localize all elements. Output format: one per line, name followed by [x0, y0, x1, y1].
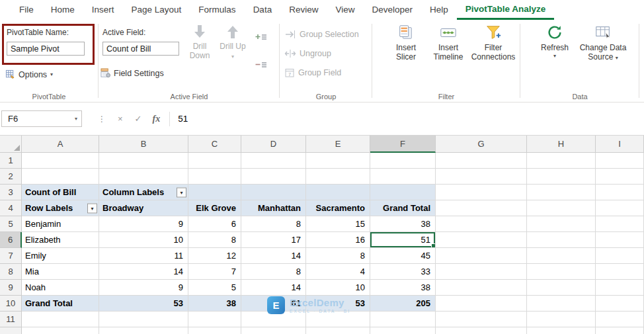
tab-insert[interactable]: Insert [83, 0, 123, 20]
cell-E4[interactable]: Sacramento [306, 200, 370, 216]
cell-A1[interactable] [22, 153, 99, 169]
column-header-A[interactable]: A [22, 136, 99, 153]
row-header-4[interactable]: 4 [0, 200, 22, 216]
filter-connections-button[interactable]: FilterConnections [469, 24, 517, 62]
cell-H5[interactable] [527, 216, 596, 232]
select-all-corner[interactable] [0, 136, 22, 153]
cell-A9[interactable]: Noah [22, 280, 99, 296]
cell-F2[interactable] [370, 169, 436, 185]
cell-E1[interactable] [306, 153, 370, 169]
cell-D1[interactable] [241, 153, 306, 169]
cell-B9[interactable]: 9 [99, 280, 188, 296]
cell-I12[interactable] [596, 327, 644, 334]
cell-D4[interactable]: Manhattan [241, 200, 306, 216]
cell-A7[interactable]: Emily [22, 248, 99, 264]
cancel-icon[interactable]: × [118, 114, 123, 124]
row-header-2[interactable]: 2 [0, 169, 22, 185]
cell-F6[interactable]: 51 [370, 232, 436, 248]
cell-E5[interactable]: 15 [306, 216, 370, 232]
cell-G3[interactable] [436, 185, 527, 200]
column-header-B[interactable]: B [99, 136, 188, 153]
cell-D6[interactable]: 17 [241, 232, 306, 248]
tab-pivottable-analyze[interactable]: PivotTable Analyze [457, 0, 555, 20]
cell-I10[interactable] [596, 296, 644, 312]
options-button[interactable]: Options ▾ [5, 69, 53, 79]
cell-E12[interactable] [306, 327, 370, 334]
cell-G10[interactable] [436, 296, 527, 312]
cell-C6[interactable]: 8 [188, 232, 241, 248]
cell-C1[interactable] [188, 153, 241, 169]
cell-I7[interactable] [596, 248, 644, 264]
cell-B7[interactable]: 11 [99, 248, 188, 264]
change-data-source-button[interactable]: Change DataSource ▾ [573, 24, 633, 62]
cell-H6[interactable] [527, 232, 596, 248]
cell-D8[interactable]: 8 [241, 264, 306, 280]
cell-C11[interactable] [188, 312, 241, 327]
cell-G6[interactable] [436, 232, 527, 248]
row-header-10[interactable]: 10 [0, 296, 22, 312]
column-header-I[interactable]: I [596, 136, 644, 153]
cell-H1[interactable] [527, 153, 596, 169]
cell-A3[interactable]: Count of Bill [22, 185, 99, 200]
cell-H8[interactable] [527, 264, 596, 280]
cell-E11[interactable] [306, 312, 370, 327]
cell-G2[interactable] [436, 169, 527, 185]
cell-I1[interactable] [596, 153, 644, 169]
cell-G4[interactable] [436, 200, 527, 216]
row-header-12[interactable] [0, 327, 22, 334]
cell-F11[interactable] [370, 312, 436, 327]
row-header-11[interactable]: 11 [0, 312, 22, 327]
cell-F5[interactable]: 38 [370, 216, 436, 232]
column-header-C[interactable]: C [188, 136, 241, 153]
cell-F8[interactable]: 33 [370, 264, 436, 280]
tab-file[interactable]: File [11, 0, 42, 20]
cell-G8[interactable] [436, 264, 527, 280]
row-header-7[interactable]: 7 [0, 248, 22, 264]
cell-C5[interactable]: 6 [188, 216, 241, 232]
cell-D7[interactable]: 14 [241, 248, 306, 264]
cell-D12[interactable] [241, 327, 306, 334]
cell-F12[interactable] [370, 327, 436, 334]
row-header-6[interactable]: 6 [0, 232, 22, 248]
cell-E8[interactable]: 4 [306, 264, 370, 280]
cell-G11[interactable] [436, 312, 527, 327]
cell-E6[interactable]: 16 [306, 232, 370, 248]
cell-B12[interactable] [99, 327, 188, 334]
cell-A12[interactable] [22, 327, 99, 334]
cell-H12[interactable] [527, 327, 596, 334]
tab-review[interactable]: Review [280, 0, 327, 20]
cell-H2[interactable] [527, 169, 596, 185]
cell-C2[interactable] [188, 169, 241, 185]
group-selection-button[interactable]: Group Selection [284, 29, 359, 40]
tab-home[interactable]: Home [42, 0, 83, 20]
cell-I11[interactable] [596, 312, 644, 327]
cell-A6[interactable]: Elizabeth [22, 232, 99, 248]
column-header-G[interactable]: G [436, 136, 527, 153]
field-settings-button[interactable]: Field Settings [101, 68, 164, 78]
cell-F3[interactable] [370, 185, 436, 200]
cell-I2[interactable] [596, 169, 644, 185]
enter-icon[interactable]: ✓ [135, 114, 142, 124]
cell-A11[interactable] [22, 312, 99, 327]
ungroup-button[interactable]: Ungroup [284, 48, 331, 59]
expand-field-button[interactable] [254, 32, 268, 44]
filter-dropdown-button[interactable]: ▾ [87, 203, 97, 213]
tab-formulas[interactable]: Formulas [190, 0, 244, 20]
drill-down-button[interactable]: Drill Down [185, 24, 214, 60]
insert-function-icon[interactable]: fx [153, 114, 161, 124]
tab-page-layout[interactable]: Page Layout [123, 0, 190, 20]
filter-dropdown-button[interactable]: ▾ [177, 187, 186, 197]
pivottable-name-input[interactable] [7, 42, 85, 56]
cell-I9[interactable] [596, 280, 644, 296]
drill-up-button[interactable]: Drill Up ▾ [218, 24, 247, 60]
cell-B8[interactable]: 14 [99, 264, 188, 280]
formula-bar-splitter[interactable]: ⋮ [98, 114, 106, 124]
refresh-button[interactable]: Refresh▾ [536, 24, 574, 59]
cell-H9[interactable] [527, 280, 596, 296]
cell-B3[interactable]: Column Labels▾ [99, 185, 188, 200]
cell-F4[interactable]: Grand Total [370, 200, 436, 216]
row-header-9[interactable]: 9 [0, 280, 22, 296]
collapse-field-button[interactable] [254, 60, 268, 71]
cell-D5[interactable]: 8 [241, 216, 306, 232]
cell-B2[interactable] [99, 169, 188, 185]
